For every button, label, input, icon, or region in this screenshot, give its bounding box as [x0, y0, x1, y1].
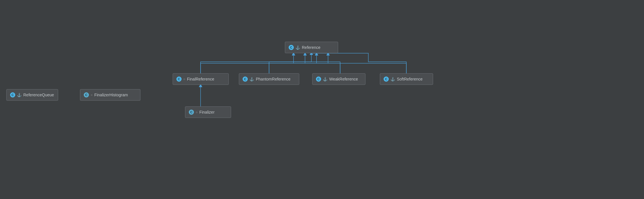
icon-c-phantom-reference: C [243, 76, 248, 82]
node-final-reference: C ○ FinalReference [173, 73, 229, 85]
icon-c-soft-reference: C [384, 76, 389, 82]
node-soft-reference: C ⚓ SoftReference [380, 73, 433, 85]
line-phantom-to-ref [269, 62, 311, 73]
label-phantom-reference: PhantomReference [256, 77, 291, 81]
icon-c-finalizer-histogram: C [84, 92, 89, 97]
icon-c-reference-queue: C [10, 92, 15, 97]
icon-circle-finalizer-histogram: ○ [91, 93, 93, 97]
icon-c-finalizer: C [189, 110, 194, 115]
node-finalizer: C ○ Finalizer [185, 106, 231, 118]
node-phantom-reference: C ⚓ PhantomReference [239, 73, 299, 85]
node-finalizer-histogram: C ○ FinalizerHistogram [80, 89, 140, 101]
icon-circle-final-reference: ○ [183, 77, 185, 81]
node-weak-reference: C ⚓ WeakReference [312, 73, 365, 85]
icon-c-final-reference: C [176, 76, 182, 82]
label-reference: Reference [302, 45, 321, 50]
label-soft-reference: SoftReference [397, 77, 423, 81]
label-reference-queue: ReferenceQueue [23, 93, 54, 97]
icon-c-reference: C [289, 45, 294, 50]
node-reference-queue: C ⚓ ReferenceQueue [6, 89, 58, 101]
label-final-reference: FinalReference [187, 77, 214, 81]
icon-anchor-reference: ⚓ [296, 45, 300, 50]
line-final-to-ref [201, 53, 311, 73]
icon-c-weak-reference: C [316, 76, 321, 82]
icon-anchor-phantom-reference: ⚓ [249, 77, 254, 81]
icon-anchor-weak-reference: ⚓ [323, 77, 327, 81]
icon-anchor-reference-queue: ⚓ [17, 93, 22, 97]
line-weak-to-ref [311, 62, 340, 73]
icon-anchor-soft-reference: ⚓ [390, 77, 395, 81]
label-finalizer: Finalizer [199, 110, 215, 114]
label-weak-reference: WeakReference [329, 77, 358, 81]
label-finalizer-histogram: FinalizerHistogram [94, 93, 128, 97]
line-soft-to-ref [311, 53, 406, 73]
icon-circle-finalizer: ○ [196, 110, 198, 114]
node-reference: C ⚓ Reference [285, 42, 338, 53]
